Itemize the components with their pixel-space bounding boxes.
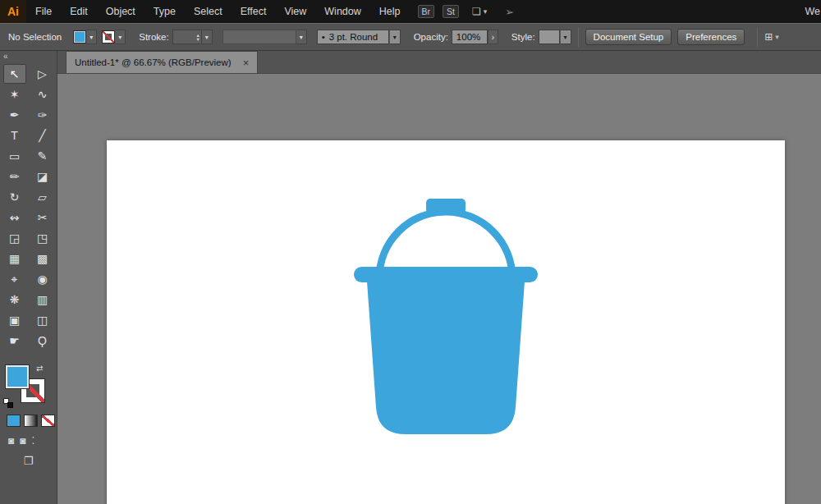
gradient-button[interactable] — [24, 415, 38, 427]
slice-tool[interactable]: ◫ — [31, 310, 54, 330]
opacity-value: 100% — [456, 32, 480, 42]
menu-window[interactable]: Window — [315, 0, 369, 23]
artboard[interactable] — [107, 140, 785, 504]
default-fill-stroke-icon[interactable] — [3, 398, 13, 408]
brush-definition-dropdown[interactable]: • 3 pt. Round — [317, 30, 389, 44]
control-separator — [578, 27, 579, 47]
share-icon[interactable]: ➢ — [505, 6, 514, 18]
arrange-documents-chevron-icon[interactable]: ▾ — [484, 7, 488, 16]
artboard-tool[interactable]: ▣ — [3, 310, 26, 330]
opacity-label: Opacity: — [414, 32, 448, 42]
default-stroke-mini — [7, 402, 13, 408]
line-segment-tool[interactable]: ╱ — [31, 126, 54, 145]
brush-definition-value: 3 pt. Round — [329, 32, 378, 42]
zoom-tool[interactable]: Ϙ — [31, 331, 54, 351]
none-button[interactable] — [41, 415, 55, 427]
tab-close-icon[interactable]: × — [243, 57, 250, 68]
stroke-weight-chevron-icon[interactable]: ▾ — [202, 30, 213, 44]
opacity-panel-arrow-icon[interactable]: › — [488, 30, 498, 44]
curvature-tool[interactable]: ✑ — [31, 105, 54, 125]
screen-mode-button[interactable]: ❐ — [0, 455, 57, 467]
fill-color-chevron-icon[interactable]: ▾ — [86, 30, 97, 44]
width-profile-dropdown[interactable] — [222, 30, 296, 44]
draw-normal-icon[interactable]: ◙ — [8, 435, 14, 447]
column-graph-tool[interactable]: ▥ — [31, 290, 54, 309]
blend-tool[interactable]: ◉ — [31, 269, 54, 289]
fill-stroke-widget: ⇄ — [0, 364, 57, 410]
style-dropdown[interactable] — [539, 30, 560, 44]
stock-button[interactable]: St — [443, 5, 459, 18]
align-icon[interactable]: ⊞ — [764, 31, 773, 43]
bucket-rim[interactable] — [354, 267, 538, 282]
direct-selection-tool[interactable]: ▷ — [31, 64, 54, 84]
bucket-shape[interactable] — [354, 199, 538, 434]
workspace-label: We — [805, 6, 820, 17]
free-transform-tool[interactable]: ▱ — [31, 187, 54, 207]
fill-color-swatch[interactable] — [73, 30, 86, 44]
brush-definition-chevron-icon[interactable]: ▾ — [389, 30, 401, 44]
lasso-tool[interactable]: ∿ — [31, 85, 54, 104]
eraser-tool[interactable]: ◪ — [31, 167, 54, 186]
menu-help[interactable]: Help — [370, 0, 410, 23]
artwork-layer — [107, 140, 785, 504]
menu-view[interactable]: View — [275, 0, 315, 23]
width-tool[interactable]: ↭ — [3, 208, 26, 227]
color-button[interactable] — [7, 415, 21, 427]
bridge-button[interactable]: Br — [418, 5, 435, 18]
brush-dot-icon: • — [322, 32, 325, 42]
color-mode-buttons — [0, 415, 57, 427]
stroke-weight-stepper[interactable]: ▴ ▾ — [172, 30, 202, 44]
hand-tool[interactable]: ☛ — [3, 331, 26, 351]
stroke-color-chevron-icon[interactable]: ▾ — [115, 30, 126, 44]
menu-select[interactable]: Select — [185, 0, 232, 23]
canvas-area[interactable] — [57, 73, 821, 504]
menu-effect[interactable]: Effect — [232, 0, 276, 23]
pen-tool[interactable]: ✒ — [3, 105, 26, 125]
style-chevron-icon[interactable]: ▾ — [560, 30, 571, 44]
bucket-handle-grip[interactable] — [426, 199, 466, 213]
fill-swatch[interactable] — [6, 365, 29, 388]
perspective-grid-tool[interactable]: ◳ — [31, 228, 54, 248]
gradient-tool[interactable]: ▩ — [31, 249, 54, 268]
shape-builder-tool[interactable]: ◲ — [3, 228, 26, 248]
rotate-tool[interactable]: ↻ — [3, 187, 26, 207]
workspace-switcher-cut[interactable]: We — [805, 0, 821, 23]
paintbrush-tool[interactable]: ✎ — [31, 146, 54, 166]
illustrator-logo: Ai — [0, 0, 26, 23]
document-tab-strip: Untitled-1* @ 66.67% (RGB/Preview) × — [57, 51, 821, 73]
draw-inside-icon[interactable]: ⁚ — [32, 435, 35, 447]
document-tab[interactable]: Untitled-1* @ 66.67% (RGB/Preview) × — [66, 51, 258, 73]
control-bar: No Selection ▾ ▾ Stroke: ▴ ▾ ▾ ▾ • 3 pt.… — [0, 23, 821, 51]
menu-file[interactable]: File — [26, 0, 61, 23]
draw-behind-icon[interactable]: ◙ — [20, 435, 25, 447]
width-profile-chevron-icon[interactable]: ▾ — [296, 30, 307, 44]
tools-panel: « ↖ ▷ ✶ ∿ ✒ ✑ T ╱ ▭ ✎ ✏ ◪ ↻ ▱ ↭ ✂ ◲ ◳ ▦ … — [0, 51, 57, 504]
menu-edit[interactable]: Edit — [61, 0, 97, 23]
pencil-tool[interactable]: ✏ — [3, 167, 26, 186]
type-tool[interactable]: T — [3, 126, 26, 145]
rectangle-tool[interactable]: ▭ — [3, 146, 26, 166]
preferences-button[interactable]: Preferences — [677, 29, 745, 45]
document-tab-title: Untitled-1* @ 66.67% (RGB/Preview) — [75, 57, 232, 67]
screen-mode-icon: ❐ — [24, 455, 34, 467]
stroke-weight-down-icon[interactable]: ▾ — [196, 37, 199, 41]
scissors-tool[interactable]: ✂ — [31, 208, 54, 227]
stroke-color-swatch[interactable] — [102, 30, 115, 44]
symbol-sprayer-tool[interactable]: ❋ — [3, 290, 26, 309]
menu-type[interactable]: Type — [144, 0, 185, 23]
selection-tool[interactable]: ↖ — [3, 64, 26, 84]
toolbar-collapse-icon[interactable]: « — [0, 51, 57, 64]
bucket-body[interactable] — [367, 282, 525, 434]
mesh-tool[interactable]: ▦ — [3, 249, 26, 268]
swap-fill-stroke-icon[interactable]: ⇄ — [36, 364, 43, 373]
opacity-field[interactable]: 100% — [452, 30, 488, 44]
magic-wand-tool[interactable]: ✶ — [3, 85, 26, 104]
selection-status-label: No Selection — [8, 32, 62, 42]
eyedropper-tool[interactable]: ⌖ — [3, 269, 26, 289]
document-setup-button[interactable]: Document Setup — [585, 29, 672, 45]
align-chevron-icon[interactable]: ▾ — [775, 33, 779, 41]
stroke-weight-label: Stroke: — [139, 32, 168, 42]
arrange-documents-icon[interactable]: ❏ — [472, 6, 481, 17]
menu-object[interactable]: Object — [97, 0, 144, 23]
drawing-mode-buttons: ◙ ◙ ⁚ — [0, 435, 57, 447]
